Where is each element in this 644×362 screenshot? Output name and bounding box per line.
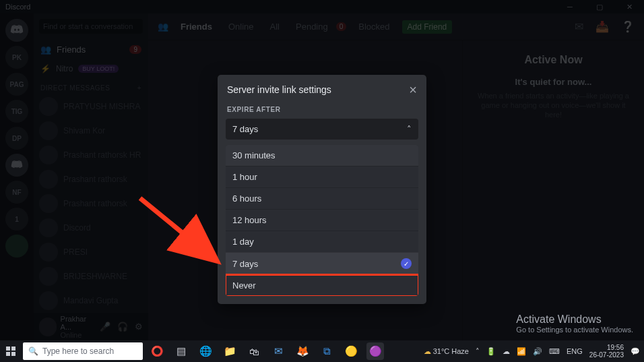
channel-sidebar: Find or start a conversation 👥 Friends 9… <box>34 13 148 340</box>
option-30-minutes[interactable]: 30 minutes <box>226 145 418 166</box>
friends-label: Friends <box>57 44 86 55</box>
topbar: 👥 Friends Online All Pending 0 Blocked A… <box>148 13 644 40</box>
dm-item[interactable]: Prashant rathorsk <box>34 167 148 191</box>
search-icon: 🔍 <box>28 346 38 356</box>
tray-keyboard-icon[interactable]: ⌨ <box>549 347 560 356</box>
tab-all[interactable]: All <box>266 20 284 33</box>
app-title: Discord <box>5 3 555 11</box>
store-icon[interactable]: 🛍 <box>245 342 263 360</box>
dm-item[interactable]: Mandavi Gupta <box>34 289 148 313</box>
nitro-nav[interactable]: ⚡ Nitro BUY LOOT! <box>34 60 148 78</box>
expire-after-label: EXPIRE AFTER <box>218 100 426 117</box>
guild-bar: PK PAG TIG DP NF 1 <box>0 13 34 340</box>
option-7-days[interactable]: 7 days ✓ <box>226 252 418 274</box>
guild-item[interactable]: NF <box>5 181 28 204</box>
quiet-title: It's quiet for now... <box>474 77 633 87</box>
nitro-label: Nitro <box>56 64 73 73</box>
option-never[interactable]: Never <box>226 274 418 296</box>
option-6-hours[interactable]: 6 hours <box>226 187 418 209</box>
tray-volume-icon[interactable]: 🔊 <box>533 347 542 356</box>
guild-item[interactable]: DP <box>5 127 28 150</box>
tray-language[interactable]: ENG <box>567 347 583 355</box>
expire-after-select[interactable]: 7 days ˄ <box>226 119 418 140</box>
close-icon[interactable]: × <box>409 84 417 95</box>
option-12-hours[interactable]: 12 hours <box>226 209 418 231</box>
user-avatar[interactable] <box>39 318 57 336</box>
task-view-icon[interactable]: ▤ <box>172 342 190 360</box>
friends-icon: 👥 <box>40 44 51 55</box>
pending-badge: 0 <box>336 22 347 31</box>
guild-item[interactable]: TIG <box>5 100 28 123</box>
vscode-icon[interactable]: ⧉ <box>318 342 335 360</box>
active-now-heading: Active Now <box>474 54 633 66</box>
tray-battery-icon[interactable]: 🔋 <box>486 347 496 356</box>
notifications-icon[interactable]: 💬 <box>631 347 640 356</box>
tab-blocked[interactable]: Blocked <box>354 20 393 33</box>
svg-rect-4 <box>11 352 15 356</box>
add-dm-icon[interactable]: + <box>137 84 141 92</box>
chrome-icon[interactable]: 🟡 <box>342 342 360 360</box>
quiet-subtitle: When a friend starts an activity—like pl… <box>474 91 633 119</box>
mute-icon[interactable]: 🎤 <box>100 322 110 332</box>
dm-item[interactable]: BRIJESHWARNE <box>34 264 148 289</box>
dm-item[interactable]: PRATYUSH MISHRA <box>34 94 148 119</box>
dm-item[interactable]: Prashant rathorsk HR <box>34 143 148 167</box>
deafen-icon[interactable]: 🎧 <box>117 322 128 332</box>
active-now-panel: Active Now It's quiet for now... When a … <box>462 40 644 340</box>
select-value: 7 days <box>232 124 258 134</box>
taskbar-clock[interactable]: 19:56 26-07-2023 <box>589 344 624 359</box>
taskbar: 🔍 Type here to search ⭕ ▤ 🌐 📁 🛍 ✉ 🦊 ⧉ 🟡 … <box>0 340 644 362</box>
user-name: Prakhar A... <box>61 315 96 331</box>
dm-item[interactable]: Discord <box>34 216 148 240</box>
inbox-icon[interactable]: 📥 <box>595 20 609 33</box>
svg-rect-1 <box>6 346 10 351</box>
firefox-icon[interactable]: 🦊 <box>294 342 311 360</box>
guild-item[interactable]: PK <box>5 46 28 69</box>
dm-item[interactable]: Prashant rathorsk <box>34 191 148 216</box>
edge-icon[interactable]: 🌐 <box>197 342 214 360</box>
modal-title: Server invite link settings <box>227 84 331 95</box>
option-1-hour[interactable]: 1 hour <box>226 166 418 187</box>
guild-item[interactable]: PAG <box>5 73 28 96</box>
dm-search-input[interactable]: Find or start a conversation <box>39 19 143 34</box>
discord-window: Discord ─ ▢ ✕ PK PAG TIG DP NF 1 Find or… <box>0 0 644 362</box>
close-button[interactable]: ✕ <box>614 0 644 13</box>
file-explorer-icon[interactable]: 📁 <box>221 342 238 360</box>
mail-icon[interactable]: ✉ <box>269 342 287 360</box>
friends-header-icon: 👥 <box>158 22 168 32</box>
new-group-dm-icon[interactable]: ✉ <box>575 20 583 33</box>
tray-onedrive-icon[interactable]: ☁ <box>503 347 510 356</box>
search-placeholder: Type here to search <box>42 346 114 356</box>
minimize-button[interactable]: ─ <box>555 0 585 13</box>
tab-online[interactable]: Online <box>224 20 258 33</box>
activate-line2: Go to Settings to activate Windows. <box>516 326 633 334</box>
tray-chevron-icon[interactable]: ˄ <box>476 347 480 356</box>
guild-item[interactable] <box>5 154 28 177</box>
add-friend-button[interactable]: Add Friend <box>402 20 453 34</box>
cortana-icon[interactable]: ⭕ <box>148 342 166 360</box>
user-status: Online <box>61 331 96 339</box>
friends-badge: 9 <box>129 45 141 54</box>
guild-item[interactable]: 1 <box>5 208 28 231</box>
weather-widget[interactable]: ☁ 31°C Haze <box>424 347 469 356</box>
help-icon[interactable]: ❔ <box>621 20 635 33</box>
settings-icon[interactable]: ⚙ <box>135 322 143 332</box>
guild-item-green[interactable] <box>5 235 28 258</box>
friends-nav[interactable]: 👥 Friends 9 <box>34 39 148 60</box>
friends-header-label: Friends <box>176 20 216 33</box>
option-1-day[interactable]: 1 day <box>226 231 418 252</box>
selected-check-icon: ✓ <box>401 258 412 269</box>
expire-options-list: 30 minutes 1 hour 6 hours 12 hours 1 day… <box>226 145 418 296</box>
dm-item[interactable]: Shivam Kor <box>34 119 148 143</box>
user-panel: Prakhar A... Online 🎤 🎧 ⚙ <box>34 313 148 340</box>
maximize-button[interactable]: ▢ <box>585 0 614 13</box>
home-guild-icon[interactable] <box>5 19 28 42</box>
tray-wifi-icon[interactable]: 📶 <box>517 347 526 356</box>
tab-pending[interactable]: Pending <box>292 20 332 33</box>
nitro-badge: BUY LOOT! <box>78 65 119 73</box>
taskbar-search-input[interactable]: 🔍 Type here to search <box>23 342 143 360</box>
titlebar: Discord ─ ▢ ✕ <box>0 0 644 13</box>
discord-taskbar-icon[interactable]: 🟣 <box>366 342 384 360</box>
start-button[interactable] <box>0 340 22 362</box>
dm-item[interactable]: PRESI <box>34 240 148 264</box>
